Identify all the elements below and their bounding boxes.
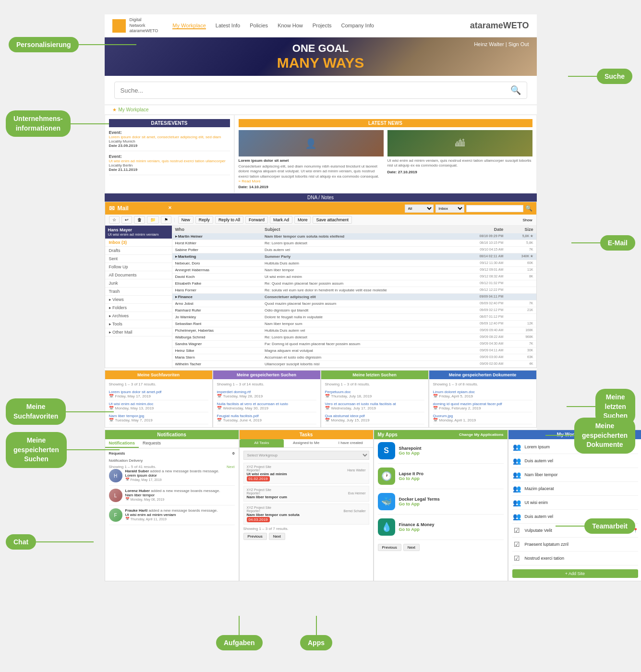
mail-views[interactable]: ▸ Views [105, 296, 172, 304]
mail-row-10[interactable]: Jo Warnkley Dolore te feugait nulla in v… [172, 314, 536, 321]
wg-item-2[interactable]: 👥 Duis autem vel [512, 456, 638, 468]
sw-fav-1[interactable]: Lorem ipsum dolor sit amet.pdf Friday, M… [109, 388, 208, 400]
mail-search-input[interactable] [466, 205, 523, 212]
mail-sent[interactable]: Sent [105, 255, 172, 263]
search-button[interactable]: 🔍 [510, 85, 521, 96]
tasks-tab-assigned[interactable]: Assigned to Me [284, 439, 328, 447]
mail-flag-btn[interactable]: ⚑ [161, 216, 171, 224]
mail-row-7[interactable]: Hans Forner Re: soluta vel eum iure dolo… [172, 287, 536, 294]
mail-title: Mail [118, 205, 129, 212]
mail-row-16[interactable]: Maria Stern Accumsan et iusto odio digni… [172, 354, 536, 361]
mail-row-8[interactable]: Arno Jobst Quod mazim placerat facer pos… [172, 300, 536, 307]
app-finance-goto[interactable]: Go to App [399, 527, 504, 532]
mail-reply-btn[interactable]: ↩ [121, 216, 132, 224]
mail-inbox-tab[interactable]: Mail-Inbox [135, 204, 165, 213]
nav-my-workplace[interactable]: My Workplace [172, 23, 206, 29]
mail-group-marketing[interactable]: ▸ Marketing Summer Party 08/14 02:11 AM … [172, 253, 536, 260]
mail-row-9[interactable]: Rainhard Rufer Odio dignissim qui blandi… [172, 307, 536, 314]
nav-projects[interactable]: Projects [313, 23, 332, 29]
news-item-1: 👤 Lorem ipsum dolor sit amet Consectetue… [239, 130, 384, 189]
notif-next-link[interactable]: Next [227, 465, 234, 469]
hero-signin[interactable]: Heinz Walter | Sign Out [474, 41, 529, 47]
sw-docs-1[interactable]: Linum doloret epiam.doc Friday, April 5,… [433, 388, 532, 400]
wg-item-9[interactable]: ☑ Nostrud exerci tation [512, 553, 638, 565]
app-sharepoint-goto[interactable]: Go to App [399, 451, 504, 456]
annotation-suchfavoriten: MeineSuchfavoriten [6, 398, 114, 425]
tasks-tab-all[interactable]: All Tasks [240, 439, 284, 447]
sw-fav-3[interactable]: Nam liber tempor.jpg Tuesday, May 7, 201… [109, 412, 208, 424]
mail-row-1[interactable]: Horst Köhler Re: Lorem ipsum doleset 08/… [172, 240, 536, 247]
wg-check-icon-3: ☑ [512, 553, 522, 563]
mail-forward-btn[interactable]: Forward [245, 216, 268, 224]
mail-mark-btn[interactable]: Mark Ad [270, 216, 292, 224]
mail-group-martin[interactable]: ▸ Martin Heiner Nam liber tempor cum sol… [172, 233, 536, 240]
search-wrapper[interactable]: 🔍 [114, 82, 527, 99]
sw-recent-1[interactable]: Perpetuum.doc Thursday, July 18, 2019 [325, 388, 424, 400]
app-docker-goto[interactable]: Go to App [399, 502, 504, 506]
mail-archive-btn[interactable]: 📁 [147, 216, 159, 224]
tasks-prev-btn[interactable]: Previous [243, 533, 267, 540]
mail-filter-select[interactable]: All [405, 204, 434, 213]
mail-new-btn[interactable]: ☆ [109, 216, 120, 224]
mail-row-4[interactable]: Annegret Habermas Nam liber tempor 09/12… [172, 267, 536, 274]
mail-more-btn[interactable]: More [294, 216, 311, 224]
mail-reply-all-btn[interactable]: Reply to All [215, 216, 243, 224]
add-site-button[interactable]: + Add Site [512, 569, 638, 578]
mail-alldocs[interactable]: All Documents [105, 271, 172, 279]
tasks-next-btn[interactable]: Next [269, 533, 285, 540]
mail-drafts[interactable]: Drafts [105, 247, 172, 255]
mail-reply-action-btn[interactable]: Reply [195, 216, 213, 224]
apps-prev-btn[interactable]: Previous [378, 544, 401, 551]
mail-folder-select[interactable]: Inbox [435, 204, 464, 213]
mail-delete-btn[interactable]: 🗑 [134, 216, 145, 224]
wg-item-8[interactable]: ☑ Praesent luptatum zzril [512, 540, 638, 552]
wg-item-3[interactable]: 👥 Nam liber tempor [512, 470, 638, 482]
mail-save-btn[interactable]: Save attachment [313, 216, 352, 224]
mail-search-icon[interactable]: 🔍 [525, 205, 532, 212]
app-lapse-goto[interactable]: Go to App [399, 476, 504, 481]
nav-know-how[interactable]: Know How [278, 23, 303, 29]
sw-recent-3[interactable]: Qua abstumat ideor.pdf Monday, July 15, … [325, 412, 424, 424]
mail-tools[interactable]: ▸ Tools [105, 320, 172, 328]
nav-company-info[interactable]: Company Info [341, 23, 374, 29]
news-link-1[interactable]: » Read More [239, 179, 384, 183]
mail-inbox[interactable]: Inbox (3) [105, 239, 172, 247]
mail-row-2[interactable]: Sabine Potter Duis autem vel 09/10 04:15… [172, 247, 536, 253]
sw-saved-1[interactable]: imperdiet doming.rtf Tuesday, May 28, 20… [217, 388, 316, 400]
sw-saved-2[interactable]: Nulla facilisis at vero et accumsan et i… [217, 400, 316, 412]
mail-row-15[interactable]: Heinz Silke Magna aliquam erat volutpat … [172, 348, 536, 354]
mail-group-finance[interactable]: ▸ Finance Consectetuer adipiscing elit 0… [172, 294, 536, 300]
nav-latest-info[interactable]: Latest Info [216, 23, 240, 29]
wg-item-5[interactable]: 👥 Ut wisi enim [512, 498, 638, 510]
notif-tab-requests[interactable]: Requests [139, 439, 165, 448]
mail-trash[interactable]: Trash [105, 288, 172, 296]
sw-recent-2[interactable]: Vero et accumsan et iusto nulla facilisi… [325, 400, 424, 412]
sw-saved-3[interactable]: Feugiat nulla facilisis.pdf Tuesday, Jun… [217, 412, 316, 424]
sw-fav-2[interactable]: Ut wisi enim ad minim.doc Monday, May 13… [109, 400, 208, 412]
mail-folders[interactable]: ▸ Folders [105, 304, 172, 312]
tasks-workgroup-select[interactable]: Select Workgroup [243, 451, 369, 460]
mail-archives[interactable]: ▸ Archives [105, 312, 172, 320]
mail-close-tab[interactable]: ✕ [164, 204, 176, 213]
notifications-widget: Notifications Notifications Requests Req… [105, 430, 239, 581]
mail-othermail[interactable]: ▸ Other Mail [105, 328, 172, 336]
mail-row-5[interactable]: David Koch Ut wisi enim ad minim 09/12 0… [172, 274, 536, 280]
mail-row-13[interactable]: Walburga Schmid Re: Lorem ipsum doleset … [172, 334, 536, 341]
mail-row-14[interactable]: Sandra Wagner Fw: Domng id quod mazim pl… [172, 341, 536, 348]
tasks-tab-created[interactable]: I have created [328, 439, 373, 447]
mail-row-6[interactable]: Elisabeth Falke Re: Quod mazim placerat … [172, 280, 536, 287]
mail-row-3[interactable]: Nebeuer, Doro Huibtula Duis autem 09/12 … [172, 260, 536, 267]
sw-docs-3[interactable]: Quorum.jpg Monday, April 1, 2019 [433, 412, 532, 424]
search-input[interactable] [121, 87, 510, 94]
mail-row-17[interactable]: Wilhelm Tacher Ullamcorper suscipit lobo… [172, 361, 536, 368]
apps-next-btn[interactable]: Next [403, 544, 420, 551]
mail-junk[interactable]: Junk [105, 279, 172, 288]
mail-row-11[interactable]: Sebastian Rant Nam liber tempor sum 09/0… [172, 321, 536, 327]
mail-new-action-btn[interactable]: New [178, 216, 194, 224]
mail-row-12[interactable]: Pichelmeyer, Habertas Huibtula Duis aute… [172, 327, 536, 334]
wg-item-4[interactable]: 👥 Mazim placerat [512, 484, 638, 496]
sw-docs-2[interactable]: doming id quod mazim placerat facer.pdf … [433, 400, 532, 412]
nav-policies[interactable]: Policies [250, 23, 268, 29]
mail-followup[interactable]: Follow Up [105, 263, 172, 271]
apps-change-link[interactable]: Change My Applications [459, 432, 504, 437]
